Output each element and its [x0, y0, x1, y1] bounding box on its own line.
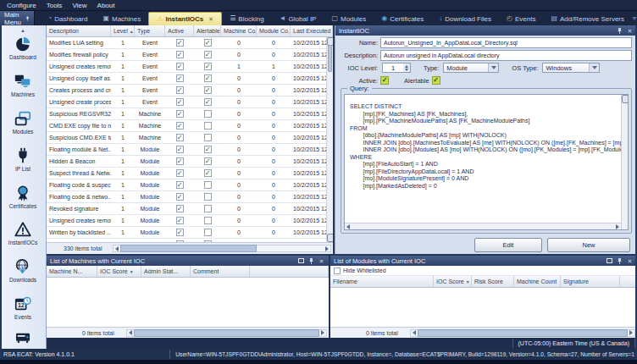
- alertable-checkbox[interactable]: [204, 240, 212, 242]
- column-header-alertable[interactable]: Alertable: [194, 25, 221, 36]
- ioc-level-stepper[interactable]: 1: [382, 63, 411, 73]
- scroll-left-icon[interactable]: [413, 330, 416, 335]
- alertable-checkbox[interactable]: [204, 181, 212, 189]
- tab-dashboard[interactable]: ◔Dashboard: [40, 12, 95, 25]
- scroll-right-icon[interactable]: [629, 330, 633, 335]
- scroll-left-icon[interactable]: [115, 246, 119, 251]
- column-header-comment[interactable]: Comment: [191, 266, 250, 277]
- ioc-table-vertical-scrollbar[interactable]: [326, 37, 333, 242]
- new-button[interactable]: New: [547, 238, 630, 252]
- tab-blocking[interactable]: ☰Blocking: [222, 12, 271, 25]
- alertable-checkbox[interactable]: [204, 193, 212, 201]
- alertable-checkbox[interactable]: ✓: [432, 76, 440, 85]
- column-header-ioc-score[interactable]: IOC Score▼: [434, 276, 472, 287]
- menu-tools[interactable]: Tools: [47, 2, 63, 9]
- sidebar-item-servers[interactable]: [0, 332, 46, 345]
- ioc-table-row[interactable]: Floating code & suspec...1Module✓0010/2/…: [47, 179, 333, 191]
- scrollbar-thumb[interactable]: [120, 245, 257, 252]
- ioc-table-row[interactable]: Creates process and cre...1Event✓✓0010/2…: [47, 85, 333, 97]
- active-checkbox[interactable]: ✓: [176, 205, 184, 212]
- column-header-machine-n[interactable]: Machine N...: [47, 266, 97, 277]
- query-textarea[interactable]: SELECT DISTINCT [mp].[FK_Machines] AS [F…: [345, 95, 621, 229]
- sidebar-item-certificates[interactable]: Certificates: [0, 184, 46, 209]
- name-field[interactable]: Autorun_Unsigned_In_AppDataLocal_Directo…: [380, 37, 632, 48]
- query-vertical-scrollbar[interactable]: [621, 95, 628, 229]
- tab-certificates[interactable]: ◉Certificates: [374, 12, 431, 25]
- ioc-table-horizontal-scrollbar[interactable]: [113, 245, 331, 252]
- ioc-table-row[interactable]: Revoked signature1Module✓0010/2/2015 12:…: [47, 203, 333, 215]
- tab-events[interactable]: ◴Events: [499, 12, 543, 25]
- ioc-table-row[interactable]: Modifies LUA setting1Event✓✓0010/2/2015 …: [47, 37, 333, 49]
- pin-icon[interactable]: [25, 14, 30, 23]
- edit-button[interactable]: Edit: [474, 238, 542, 252]
- active-checkbox[interactable]: ✓: [176, 63, 184, 70]
- ioc-table-row[interactable]: Suspicious REGSVR32.E...1Machine✓0010/2/…: [47, 108, 333, 120]
- ioc-table-row[interactable]: CMD.EXE copy file to ne...1Machine✓0010/…: [47, 120, 333, 132]
- close-tab-icon[interactable]: ✕: [208, 16, 213, 23]
- tab-global-ip[interactable]: ◄Global IP: [272, 12, 324, 25]
- alertable-checkbox[interactable]: ✓: [204, 98, 212, 106]
- alertable-checkbox[interactable]: ✓: [204, 74, 212, 82]
- alertable-checkbox[interactable]: [204, 205, 212, 212]
- active-checkbox[interactable]: ✓: [176, 110, 184, 118]
- machines-horizontal-scrollbar[interactable]: [126, 329, 327, 337]
- active-checkbox[interactable]: ✓: [176, 240, 184, 242]
- scrollbar-thumb[interactable]: [328, 45, 332, 72]
- pin-icon[interactable]: [616, 257, 623, 265]
- ioc-table-row[interactable]: Unsigned copy itself as ...1Event✓✓0010/…: [47, 73, 333, 85]
- active-checkbox[interactable]: ✓: [176, 134, 184, 141]
- ioc-table-row[interactable]: Suspect thread & Netw...1Module✓✓0010/2/…: [47, 168, 333, 179]
- os-type-select[interactable]: Windows: [542, 63, 600, 73]
- column-header-admin-stat[interactable]: Admin Stat...: [141, 266, 191, 277]
- active-checkbox[interactable]: ✓: [176, 169, 184, 177]
- alertable-checkbox[interactable]: [204, 217, 212, 224]
- active-checkbox[interactable]: ✓: [176, 146, 184, 153]
- alertable-checkbox[interactable]: ✓: [204, 157, 212, 165]
- scroll-up-icon[interactable]: [622, 95, 629, 103]
- active-checkbox[interactable]: ✓: [176, 98, 184, 106]
- hide-whitelisted-checkbox[interactable]: [334, 267, 341, 274]
- active-checkbox[interactable]: ✓: [176, 51, 184, 58]
- column-header-description[interactable]: Description: [47, 25, 111, 36]
- sidebar-item-ip-list[interactable]: IP List: [0, 146, 46, 172]
- active-checkbox[interactable]: ✓: [176, 39, 184, 47]
- scroll-right-icon[interactable]: [325, 246, 329, 251]
- alertable-checkbox[interactable]: ✓: [204, 63, 212, 70]
- column-header-last-executed[interactable]: Last Executed: [291, 25, 333, 36]
- alertable-checkbox[interactable]: ✓: [204, 169, 212, 177]
- sidebar-item-dashboard[interactable]: Dashboard: [0, 35, 46, 60]
- close-icon[interactable]: ✕: [626, 27, 634, 35]
- scrollbar-thumb[interactable]: [418, 329, 628, 337]
- pin-icon[interactable]: [307, 257, 315, 265]
- sidebar-item-machines[interactable]: Machines: [0, 72, 46, 97]
- ioc-table-row[interactable]: Unsigned create proces...1Event✓✓0010/2/…: [47, 97, 333, 108]
- tab-add-remove-servers[interactable]: ▤Add/Remove Servers: [543, 12, 632, 25]
- active-checkbox[interactable]: ✓: [176, 157, 184, 165]
- active-checkbox[interactable]: ✓: [176, 122, 184, 130]
- close-icon[interactable]: ✕: [626, 257, 634, 265]
- alertable-checkbox[interactable]: ✓: [204, 86, 212, 94]
- menu-about[interactable]: About: [97, 2, 115, 9]
- ioc-table-row[interactable]: Modifies firewall policy1Event✓✓0010/2/2…: [47, 49, 333, 61]
- active-checkbox[interactable]: ✓: [380, 76, 389, 85]
- menu-view[interactable]: View: [72, 2, 86, 9]
- active-checkbox[interactable]: ✓: [176, 181, 184, 189]
- main-menu-header[interactable]: Main Menu: [0, 11, 35, 25]
- active-checkbox[interactable]: ✓: [176, 86, 184, 94]
- ioc-table-row[interactable]: Unsigned creates remot...1Event✓✓1110/2/…: [47, 61, 333, 73]
- maximize-icon[interactable]: [297, 257, 305, 265]
- tab-modules[interactable]: ▢Modules: [324, 12, 374, 25]
- column-header-machine-count[interactable]: Machine Count: [514, 276, 561, 287]
- ioc-table-row[interactable]: Services in program data1Module✓0010/2/2…: [47, 239, 333, 242]
- column-header-module-co[interactable]: Module Co...: [257, 25, 291, 36]
- scroll-left-icon[interactable]: [346, 224, 350, 229]
- alertable-checkbox[interactable]: ✓: [204, 146, 212, 153]
- pin-icon[interactable]: [616, 27, 623, 35]
- column-header-machine-co[interactable]: Machine Co...: [221, 25, 257, 36]
- sidebar-item-events[interactable]: 12Events: [0, 295, 46, 320]
- scroll-right-icon[interactable]: [616, 224, 619, 229]
- tab-instantiocs[interactable]: ⚠InstantIOCs✕: [148, 12, 222, 25]
- type-select[interactable]: Module: [443, 63, 499, 73]
- active-checkbox[interactable]: ✓: [176, 217, 184, 224]
- alertable-checkbox[interactable]: [204, 134, 212, 141]
